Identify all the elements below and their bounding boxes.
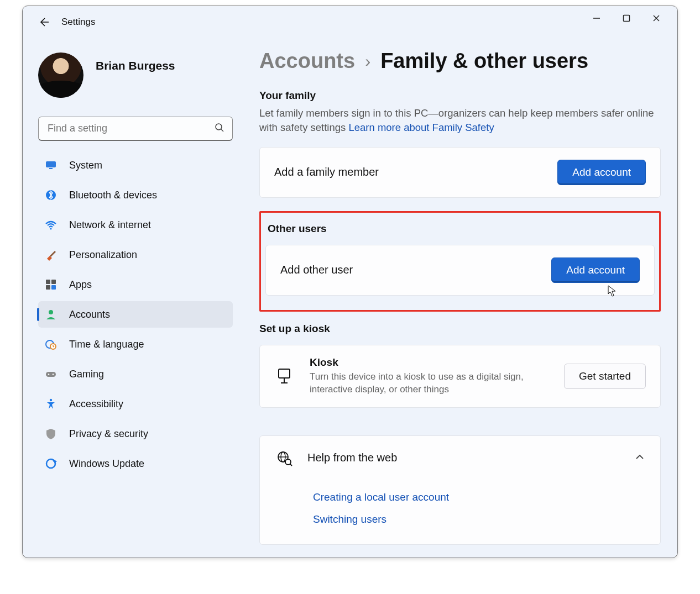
search-input[interactable]: [46, 122, 215, 135]
svg-rect-26: [279, 369, 290, 378]
nav-label: System: [69, 160, 102, 171]
svg-point-15: [49, 310, 53, 314]
add-family-account-button[interactable]: Add account: [557, 160, 646, 185]
other-users-heading: Other users: [265, 223, 655, 235]
kiosk-get-started-button[interactable]: Get started: [564, 364, 646, 389]
minimize-button[interactable]: [591, 13, 602, 24]
main-panel: Accounts › Family & other users Your fam…: [244, 41, 677, 558]
svg-rect-13: [46, 285, 50, 290]
nav-accounts[interactable]: Accounts: [38, 301, 233, 328]
monitor-icon: [45, 159, 57, 171]
bluetooth-icon: [45, 189, 57, 201]
nav-bluetooth[interactable]: Bluetooth & devices: [38, 182, 233, 208]
nav-label: Windows Update: [69, 458, 144, 470]
svg-rect-1: [624, 15, 630, 22]
user-name: Brian Burgess: [96, 52, 175, 72]
add-other-user-label: Add other user: [280, 264, 353, 276]
person-icon: [45, 308, 57, 320]
kiosk-icon: [274, 366, 294, 386]
svg-point-10: [50, 228, 51, 229]
svg-line-6: [221, 129, 223, 132]
help-title: Help from the web: [307, 451, 397, 464]
accessibility-icon: [45, 398, 57, 410]
svg-point-5: [216, 124, 222, 130]
add-other-user-card: Add other user Add account: [265, 245, 655, 296]
svg-line-19: [53, 346, 54, 347]
nav-time[interactable]: Time & language: [38, 331, 233, 358]
paintbrush-icon: [45, 249, 57, 261]
search-box[interactable]: [38, 117, 233, 141]
wifi-icon: [45, 219, 57, 231]
nav-label: Accessibility: [69, 398, 123, 410]
svg-point-22: [53, 374, 54, 375]
nav-label: Time & language: [69, 339, 144, 350]
clock-globe-icon: [45, 338, 57, 350]
nav-label: Gaming: [69, 369, 104, 380]
app-title: Settings: [61, 17, 95, 28]
kiosk-card: Kiosk Turn this device into a kiosk to u…: [259, 345, 661, 408]
globe-search-icon: [275, 449, 293, 467]
help-link-local-user[interactable]: Creating a local user account: [313, 491, 645, 503]
add-family-member-label: Add a family member: [274, 166, 379, 178]
gamepad-icon: [45, 368, 57, 380]
user-block[interactable]: Brian Burgess: [35, 48, 236, 102]
nav-label: Apps: [69, 279, 92, 291]
breadcrumb: Accounts › Family & other users: [259, 45, 661, 73]
nav-label: Accounts: [69, 309, 110, 320]
help-from-web-card: Help from the web Creating a local user …: [259, 435, 661, 545]
add-family-member-card: Add a family member Add account: [259, 147, 661, 198]
window-caption-buttons: [591, 6, 677, 30]
nav-personalization[interactable]: Personalization: [38, 241, 233, 268]
your-family-heading: Your family: [259, 90, 661, 102]
cursor-icon: [608, 285, 618, 297]
svg-line-33: [290, 464, 292, 466]
apps-icon: [45, 278, 57, 291]
shield-icon: [45, 428, 57, 440]
kiosk-description: Turn this device into a kiosk to use as …: [310, 371, 531, 396]
nav-gaming[interactable]: Gaming: [38, 361, 233, 387]
nav-update[interactable]: Windows Update: [38, 450, 233, 477]
kiosk-title: Kiosk: [310, 356, 531, 369]
back-button[interactable]: [35, 13, 53, 31]
nav-system[interactable]: System: [38, 152, 233, 178]
breadcrumb-parent[interactable]: Accounts: [259, 49, 355, 73]
chevron-right-icon: ›: [365, 52, 370, 71]
svg-rect-8: [49, 168, 53, 169]
app-header: Settings: [23, 6, 677, 30]
breadcrumb-current: Family & other users: [380, 49, 588, 73]
your-family-description: Let family members sign in to this PC—or…: [259, 106, 661, 135]
update-icon: [45, 458, 57, 470]
sidebar: Brian Burgess System: [23, 41, 244, 558]
nav-label: Network & internet: [69, 219, 151, 231]
close-button[interactable]: [651, 13, 662, 24]
search-icon: [215, 123, 224, 135]
nav-accessibility[interactable]: Accessibility: [38, 391, 233, 417]
nav-label: Privacy & security: [69, 428, 148, 440]
nav-label: Bluetooth & devices: [69, 190, 157, 201]
svg-rect-20: [46, 372, 56, 377]
svg-rect-14: [51, 285, 56, 290]
help-link-switching-users[interactable]: Switching users: [313, 513, 645, 525]
nav-network[interactable]: Network & internet: [38, 212, 233, 238]
maximize-button[interactable]: [621, 13, 632, 24]
nav-privacy[interactable]: Privacy & security: [38, 420, 233, 447]
svg-rect-12: [51, 280, 56, 284]
nav-label: Personalization: [69, 249, 137, 261]
svg-rect-11: [46, 280, 50, 284]
help-links: Creating a local user account Switching …: [313, 491, 645, 525]
nav-list: System Bluetooth & devices Network & int…: [35, 152, 236, 477]
family-safety-link[interactable]: Learn more about Family Safety: [348, 122, 494, 133]
svg-rect-7: [46, 161, 56, 167]
settings-window: Settings Brian Burgess: [22, 6, 678, 558]
svg-point-23: [50, 399, 52, 401]
kiosk-heading: Set up a kiosk: [259, 323, 661, 335]
other-users-section-highlight: Other users Add other user Add account: [259, 211, 661, 312]
add-other-account-button[interactable]: Add account: [551, 257, 640, 283]
svg-point-21: [48, 374, 50, 375]
nav-apps[interactable]: Apps: [38, 271, 233, 298]
chevron-up-icon[interactable]: [635, 452, 645, 464]
avatar: [38, 52, 83, 98]
